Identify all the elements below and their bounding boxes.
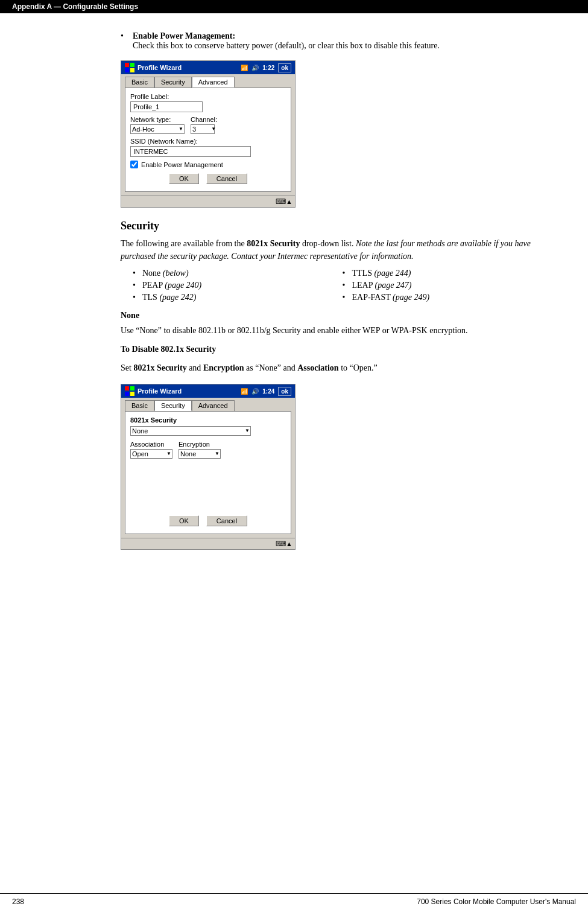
security-intro-para: The following are available from the 802… <box>121 237 540 263</box>
to-disable-heading-text: To Disable 802.1x Security <box>121 345 216 354</box>
tab-advanced-2[interactable]: Advanced <box>192 400 235 411</box>
security-bullet-eap-fast: EAP-FAST (page 249) <box>343 293 540 302</box>
channel-col: Channel: 3 <box>191 116 217 134</box>
screenshot1-buttons: OK Cancel <box>130 173 286 184</box>
power-mgmt-checkbox-label: Enable Power Management <box>141 161 223 168</box>
security-heading: Security <box>121 220 540 232</box>
to-disable-bold3: Association <box>297 363 338 372</box>
assoc-encrypt-row: Association Open Encryption None <box>130 441 286 459</box>
profile-label-input[interactable] <box>130 101 203 112</box>
title-bar-left-2: Profile Wizard <box>125 386 182 396</box>
bullet-peap-italic: (page 240) <box>165 281 201 290</box>
title-ok-btn-1[interactable]: ok <box>278 63 291 72</box>
screenshot2-cancel-btn[interactable]: Cancel <box>206 515 247 526</box>
to-disable-end: to “Open.” <box>339 363 378 372</box>
screenshot2-ok-btn[interactable]: OK <box>169 515 199 526</box>
screenshot-1: Profile Wizard 📶 🔊 1:22 ok Basic Securit… <box>121 60 296 208</box>
to-disable-para: Set 8021x Security and Encryption as “No… <box>121 362 540 374</box>
svg-rect-7 <box>130 392 134 396</box>
to-disable-heading: To Disable 802.1x Security <box>121 343 540 355</box>
title-ok-btn-2[interactable]: ok <box>278 387 291 396</box>
network-type-select-wrapper[interactable]: Ad-Hoc <box>130 124 185 134</box>
encryption-label: Encryption <box>179 441 221 448</box>
none-text: Use “None” to disable 802.11b or 802.11b… <box>121 324 540 337</box>
tab-basic-2[interactable]: Basic <box>125 400 154 411</box>
windows-logo-icon-2 <box>125 386 134 396</box>
security-select-wrapper[interactable]: None <box>130 426 251 436</box>
svg-rect-2 <box>125 68 129 72</box>
security-bullet-leap: LEAP (page 247) <box>343 281 540 290</box>
tab-basic-1[interactable]: Basic <box>125 77 154 88</box>
none-heading: None <box>121 311 540 320</box>
screenshot2-title: Profile Wizard <box>138 387 182 395</box>
svg-rect-5 <box>130 386 134 390</box>
ssid-input[interactable] <box>130 146 251 157</box>
network-type-col: Network type: Ad-Hoc <box>130 116 185 134</box>
screenshot1-title: Profile Wizard <box>138 64 182 71</box>
empty-space-2 <box>130 462 286 511</box>
volume-icon-2: 🔊 <box>251 388 259 395</box>
screenshot2-buttons: OK Cancel <box>130 515 286 526</box>
encryption-select-wrapper[interactable]: None <box>179 449 221 459</box>
signal-icon-2: 📶 <box>241 388 248 395</box>
association-select[interactable]: Open <box>130 449 172 459</box>
encryption-select[interactable]: None <box>179 449 221 459</box>
arrow-up-icon-1: ▲ <box>286 198 292 205</box>
bullet-leap-italic: (page 247) <box>375 281 411 290</box>
screenshot2-body: 8021x Security None Association Open Enc… <box>125 411 291 534</box>
header-bar: Appendix A — Configurable Settings <box>0 0 588 13</box>
bullet-ttls-text: TTLS <box>352 269 375 278</box>
screenshot1-body: Profile Label: Network type: Ad-Hoc Chan… <box>125 88 291 192</box>
bullet-ttls-italic: (page 244) <box>374 269 411 278</box>
bullet-tls-text: TLS <box>142 293 159 302</box>
bullet-leap-text: LEAP <box>352 281 375 290</box>
security-select[interactable]: None <box>130 426 251 436</box>
tabs-2: Basic Security Advanced <box>121 398 295 411</box>
windows-logo-icon <box>125 63 134 72</box>
tab-advanced-1[interactable]: Advanced <box>192 77 235 88</box>
screenshot1-cancel-btn[interactable]: Cancel <box>206 173 247 184</box>
to-disable-pre: Set <box>121 363 133 372</box>
bullet-peap-text: PEAP <box>142 281 165 290</box>
footer: 238 700 Series Color Mobile Computer Use… <box>0 893 588 906</box>
footer-page-number: 238 <box>12 897 24 906</box>
enable-power-mgmt-text: Check this box to conserve battery power… <box>133 41 440 50</box>
tabs-1: Basic Security Advanced <box>121 74 295 88</box>
power-mgmt-checkbox[interactable] <box>130 161 138 168</box>
power-mgmt-checkbox-row: Enable Power Management <box>130 161 286 168</box>
taskbar-1: ⌨ ▲ <box>121 196 295 207</box>
association-col: Association Open <box>130 441 172 459</box>
channel-select[interactable]: 3 <box>191 124 215 134</box>
security-intro-text: The following are available from the <box>121 239 245 248</box>
encryption-col: Encryption None <box>179 441 221 459</box>
screenshot1-ok-btn[interactable]: OK <box>169 173 199 184</box>
svg-rect-6 <box>125 392 129 396</box>
enable-power-mgmt-label: Enable Power Management: <box>133 31 235 40</box>
ssid-label: SSID (Network Name): <box>130 138 286 145</box>
header-left: Appendix A — Configurable Settings <box>12 2 138 11</box>
network-channel-row: Network type: Ad-Hoc Channel: 3 <box>130 116 286 134</box>
footer-book-title: 700 Series Color Mobile Computer User's … <box>417 897 576 906</box>
network-type-select[interactable]: Ad-Hoc <box>130 124 185 134</box>
bullet-tls-italic: (page 242) <box>159 293 196 302</box>
signal-icon: 📶 <box>241 65 248 71</box>
channel-select-wrapper[interactable]: 3 <box>191 124 217 134</box>
bullet-none-text: None <box>142 269 163 278</box>
tab-security-2[interactable]: Security <box>154 400 192 411</box>
title-bar-right-2: 📶 🔊 1:24 ok <box>241 387 291 396</box>
title-bar-1: Profile Wizard 📶 🔊 1:22 ok <box>121 61 295 74</box>
title-bar-right-1: 📶 🔊 1:22 ok <box>241 63 291 72</box>
screenshot1-time: 1:22 <box>262 65 274 71</box>
security-field-label: 8021x Security <box>130 416 286 424</box>
association-label: Association <box>130 441 172 448</box>
association-select-wrapper[interactable]: Open <box>130 449 172 459</box>
screenshot2-time: 1:24 <box>262 388 274 395</box>
keyboard-icon-1: ⌨ <box>276 197 286 206</box>
svg-rect-1 <box>130 63 134 67</box>
security-bullet-peap: PEAP (page 240) <box>133 281 330 290</box>
to-disable-mid2: as “None” and <box>244 363 298 372</box>
tab-security-1[interactable]: Security <box>154 77 192 88</box>
profile-label-text: Profile Label: <box>130 93 286 100</box>
taskbar-2: ⌨ ▲ <box>121 538 295 549</box>
title-bar-2: Profile Wizard 📶 🔊 1:24 ok <box>121 384 295 398</box>
